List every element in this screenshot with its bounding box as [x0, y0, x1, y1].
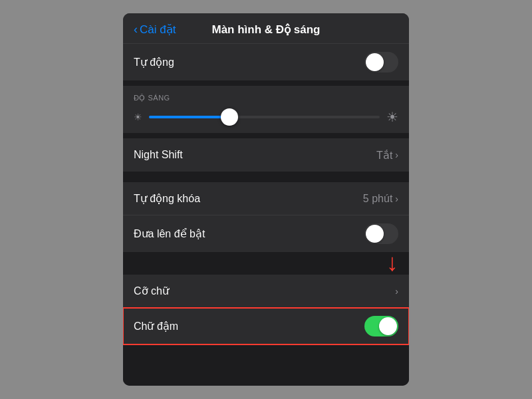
back-label: Cài đặt	[140, 23, 176, 37]
tu-dong-khoa-value-container: 5 phút ›	[363, 193, 398, 205]
tu-dong-toggle-knob	[366, 53, 384, 71]
co-chu-row[interactable]: Cỡ chữ ›	[123, 275, 409, 308]
tu-dong-row: Tự động	[123, 44, 409, 80]
tu-dong-toggle[interactable]	[364, 52, 398, 72]
font-group: Cỡ chữ › Chữ đậm	[123, 275, 409, 344]
arrow-container: ↓	[123, 255, 409, 275]
chevron-left-icon: ‹	[134, 23, 138, 37]
co-chu-label: Cỡ chữ	[134, 285, 169, 297]
sun-small-icon: ☀	[134, 112, 142, 122]
chu-dam-toggle-knob	[379, 317, 397, 335]
brightness-group: ĐỘ SÁNG ☀ ☀	[123, 86, 409, 133]
dua-len-row: Đưa lên để bật	[123, 215, 409, 252]
phone-frame: ‹ Cài đặt Màn hình & Độ sáng Tự động ĐỘ …	[123, 13, 409, 386]
brightness-label: ĐỘ SÁNG	[134, 94, 398, 102]
chu-dam-toggle[interactable]	[364, 316, 398, 336]
back-button[interactable]: ‹ Cài đặt	[134, 23, 176, 37]
tu-dong-khoa-value: 5 phút	[363, 193, 392, 205]
night-shift-row[interactable]: Night Shift Tắt ›	[123, 138, 409, 172]
chu-dam-row: Chữ đậm	[123, 308, 409, 344]
night-shift-label: Night Shift	[134, 149, 183, 161]
dua-len-toggle[interactable]	[364, 223, 398, 244]
night-shift-chevron-icon: ›	[395, 150, 398, 160]
lock-group: Tự động khóa 5 phút › Đưa lên để bật	[123, 182, 409, 252]
tu-dong-khoa-row[interactable]: Tự động khóa 5 phút ›	[123, 182, 409, 215]
red-arrow-icon: ↓	[386, 251, 398, 275]
dua-len-label: Đưa lên để bật	[134, 227, 205, 240]
co-chu-chevron-icon: ›	[395, 286, 398, 297]
chu-dam-label: Chữ đậm	[134, 320, 178, 332]
header: ‹ Cài đặt Màn hình & Độ sáng	[123, 13, 409, 44]
night-shift-group: Night Shift Tắt ›	[123, 138, 409, 172]
page-title: Màn hình & Độ sáng	[212, 23, 321, 37]
sun-large-icon: ☀	[386, 109, 398, 125]
tu-dong-label: Tự động	[134, 56, 174, 68]
brightness-slider-fill	[149, 116, 229, 118]
brightness-slider-thumb[interactable]	[221, 108, 238, 126]
brightness-slider-row: ☀ ☀	[134, 109, 398, 125]
co-chu-value-container: ›	[395, 286, 398, 297]
tu-dong-khoa-label: Tự động khóa	[134, 192, 200, 205]
night-shift-value-container: Tắt ›	[376, 149, 398, 162]
tu-dong-khoa-chevron-icon: ›	[395, 194, 398, 204]
night-shift-value: Tắt	[376, 149, 392, 162]
brightness-slider-track[interactable]	[149, 116, 380, 118]
dua-len-toggle-knob	[366, 225, 384, 243]
tu-dong-group: Tự động	[123, 44, 409, 80]
settings-content: Tự động ĐỘ SÁNG ☀ ☀ Night Shift	[123, 44, 409, 386]
